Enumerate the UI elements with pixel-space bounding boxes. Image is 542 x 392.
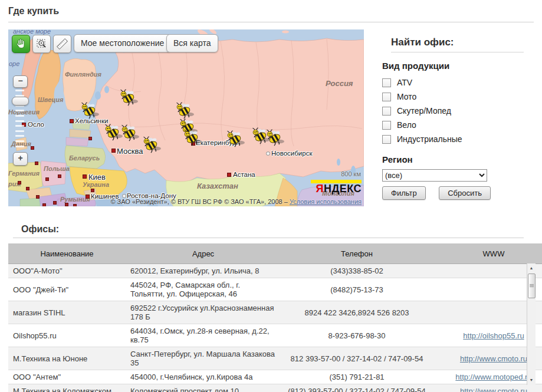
product-type-option[interactable]: ATV: [382, 75, 524, 90]
ruler-tool-button[interactable]: [53, 35, 71, 53]
terms-of-use-link[interactable]: Условия использования: [290, 198, 362, 205]
product-type-option[interactable]: Вело: [382, 118, 524, 132]
office-bee-marker[interactable]: [182, 129, 202, 147]
product-type-option-label: ATV: [397, 78, 412, 87]
hand-tool-button[interactable]: [12, 35, 30, 53]
office-row: магазин STIHL692522 г.Уссурийск ул.Красн…: [8, 301, 542, 324]
office-row: М.Техника на КоломяжскомКоломяжский прос…: [8, 384, 542, 392]
product-type-checkbox[interactable]: [382, 135, 391, 144]
scrollbar-up-arrow[interactable]: ▲: [527, 264, 536, 272]
map-copyright: © ЗАО «Резидент», © ВТУ ГШ ВС РФ © ЗАО «…: [110, 198, 362, 205]
country-label: Украина: [83, 181, 109, 188]
product-type-checkbox[interactable]: [382, 107, 391, 116]
office-name: ООО "Джей-Ти": [8, 278, 126, 301]
whole-map-button[interactable]: Вся карта: [166, 34, 218, 52]
city-dot: [88, 137, 92, 140]
filter-button[interactable]: Фильтр: [382, 186, 426, 200]
column-header-www: WWW: [433, 243, 542, 264]
product-type-checkbox[interactable]: [382, 121, 391, 130]
office-address: Коломяжский проспект дом 10: [126, 384, 281, 392]
city-label: Осло: [28, 121, 44, 128]
city-marker: [122, 194, 126, 198]
my-location-button[interactable]: Мое местоположение: [74, 34, 171, 52]
country-label: Беларусь: [69, 154, 100, 162]
scrollbar-grip: [530, 284, 534, 287]
office-row: ООО"А-Мото"620012, Екатеринбург, ул. Иль…: [8, 264, 542, 278]
city-marker: [86, 195, 90, 199]
office-phone: 8924 422 3426,8924 526 8203: [281, 301, 433, 324]
office-bee-marker[interactable]: [119, 89, 139, 107]
product-type-option-label: Скутер/Мопед: [397, 106, 451, 116]
zoom-out-button[interactable]: −: [13, 75, 28, 88]
yandex-map[interactable]: анское мореореФинляндияШвецияНорвегияДан…: [8, 29, 364, 206]
city-dot: [58, 174, 61, 178]
column-header-phone: Телефон: [281, 243, 433, 264]
find-office-panel: Найти офис: Вид продукции ATVМотоСкутер/…: [382, 37, 524, 200]
office-address: Санкт-Петербург, ул. Маршала Казакова 35: [126, 347, 281, 370]
office-name: М.Техника на Коломяжском: [8, 384, 126, 392]
office-name: магазин STIHL: [8, 301, 126, 324]
office-row: ООО "Антем"454000, г.Челябинск, ул.Киров…: [8, 370, 542, 384]
office-name: М.Техника на Юноне: [8, 347, 126, 370]
office-website-link[interactable]: http://www.cmoto.ru: [460, 354, 527, 363]
zoom-tick: [15, 90, 24, 91]
offices-divider: [13, 238, 524, 238]
scrollbar-down-arrow[interactable]: ▼: [527, 376, 536, 384]
office-bee-marker[interactable]: [225, 130, 245, 148]
region-select[interactable]: (все): [382, 169, 487, 182]
office-bee-marker[interactable]: [80, 102, 100, 120]
zoom-slider[interactable]: − +: [13, 75, 29, 165]
office-phone: (351) 791-21-81: [281, 370, 433, 384]
city-marker: [83, 174, 87, 179]
office-bee-marker[interactable]: [120, 124, 140, 142]
scrollbar-thumb[interactable]: [528, 274, 536, 298]
city-dot: [65, 203, 68, 206]
offices-table-wrap: Наименование Адрес Телефон WWW ООО"А-Мот…: [8, 243, 536, 392]
city-dot: [18, 181, 21, 185]
zoom-slider-thumb[interactable]: [12, 97, 29, 106]
office-website-link[interactable]: http://www.cmoto.ru: [460, 387, 527, 392]
office-address: 620012, Екатеринбург, ул. Ильича, 8: [126, 264, 281, 278]
sidebar-divider: [391, 52, 524, 52]
product-type-checkbox[interactable]: [382, 93, 391, 101]
product-type-option[interactable]: Мото: [382, 90, 524, 104]
product-type-option-label: Индустриальные: [397, 134, 462, 144]
zoom-tick: [15, 146, 24, 147]
zoom-tick: [15, 130, 24, 132]
office-name: ООО"А-Мото": [8, 264, 126, 278]
zoom-box-tool-button[interactable]: [32, 35, 51, 53]
office-www: http://www.cmoto.ru: [433, 384, 542, 392]
zoom-tick: [15, 135, 24, 137]
office-website-link[interactable]: http://www.motoped.ru: [455, 373, 531, 381]
ruler-icon: [55, 37, 69, 51]
column-header-address: Адрес: [126, 243, 281, 264]
table-scrollbar[interactable]: ▲ ▼: [527, 263, 536, 385]
office-www: [433, 278, 542, 301]
office-bee-marker[interactable]: [175, 102, 195, 120]
sea-label: оре: [9, 60, 19, 67]
zoom-in-button[interactable]: +: [13, 152, 28, 166]
city-dot: [42, 203, 46, 206]
office-address: 644034, г.Омск, ул.28-я северная, д.22, …: [126, 324, 281, 347]
reset-button[interactable]: Сбросить: [439, 186, 491, 200]
office-bee-marker[interactable]: [265, 129, 285, 147]
country-label: Швеция: [38, 96, 64, 103]
office-www: [433, 301, 542, 324]
office-row: М.Техника на ЮнонеСанкт-Петербург, ул. М…: [8, 347, 542, 370]
zoom-box-icon: [35, 37, 48, 51]
office-www: http://oilshop55.ru: [433, 324, 542, 347]
office-bee-marker[interactable]: [142, 136, 162, 154]
office-website-link[interactable]: http://oilshop55.ru: [463, 331, 524, 340]
product-type-option[interactable]: Индустриальные: [382, 132, 524, 146]
product-type-option[interactable]: Скутер/Мопед: [382, 104, 524, 118]
city-marker: [266, 151, 270, 156]
product-type-checkbox[interactable]: [382, 78, 391, 87]
city-dot: [45, 177, 49, 181]
city-marker: [70, 119, 74, 123]
offices-tbody: ООО"А-Мото"620012, Екатеринбург, ул. Иль…: [8, 264, 542, 392]
zoom-tick: [15, 120, 24, 122]
map-scale-label: 800 км: [341, 170, 361, 177]
country-label: Германия: [8, 170, 40, 177]
yandex-logo[interactable]: ЯНДЕКС: [316, 183, 362, 195]
office-name: Oilshop55.ru: [8, 324, 126, 347]
